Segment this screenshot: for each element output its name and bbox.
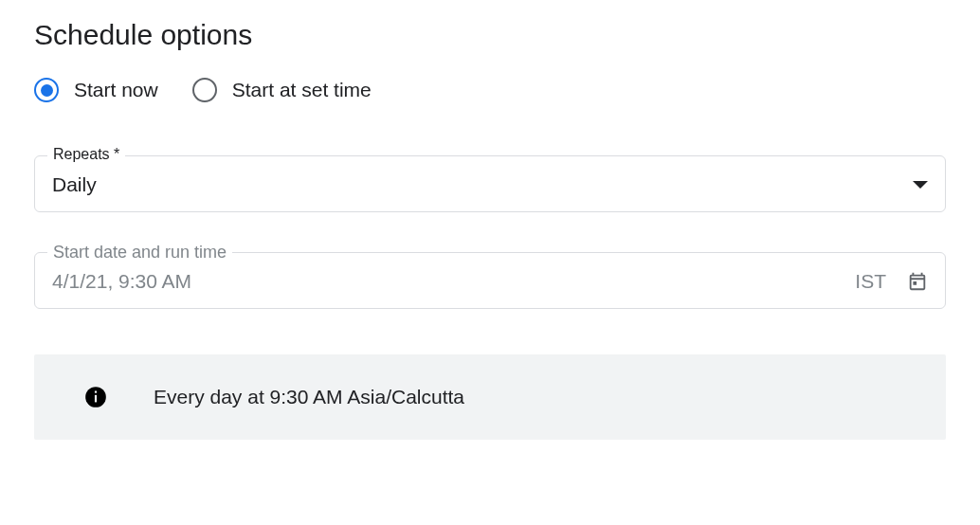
radio-selected-icon: [34, 78, 59, 102]
repeats-field: Repeats * Daily: [34, 155, 946, 212]
timezone-text: IST: [855, 270, 886, 293]
schedule-summary-text: Every day at 9:30 AM Asia/Calcutta: [154, 386, 464, 408]
schedule-summary: Every day at 9:30 AM Asia/Calcutta: [34, 354, 946, 440]
repeats-select[interactable]: Daily: [34, 155, 946, 212]
start-datetime-field: Start date and run time 4/1/21, 9:30 AM …: [34, 252, 946, 309]
repeats-label: Repeats *: [47, 146, 125, 163]
start-datetime-label: Start date and run time: [47, 243, 232, 262]
start-at-set-time-label: Start at set time: [232, 79, 372, 101]
start-now-radio[interactable]: Start now: [34, 78, 158, 102]
repeats-value: Daily: [52, 173, 97, 196]
start-datetime-value: 4/1/21, 9:30 AM: [52, 270, 191, 293]
start-now-label: Start now: [74, 79, 158, 101]
svg-rect-1: [95, 395, 97, 403]
calendar-icon[interactable]: [907, 271, 928, 292]
svg-rect-2: [95, 391, 97, 393]
chevron-down-icon: [913, 181, 928, 189]
start-at-set-time-radio[interactable]: Start at set time: [192, 78, 372, 102]
schedule-options-title: Schedule options: [34, 19, 946, 51]
info-icon: [83, 385, 108, 409]
start-time-radio-group: Start now Start at set time: [34, 78, 946, 102]
radio-unselected-icon: [192, 78, 217, 102]
